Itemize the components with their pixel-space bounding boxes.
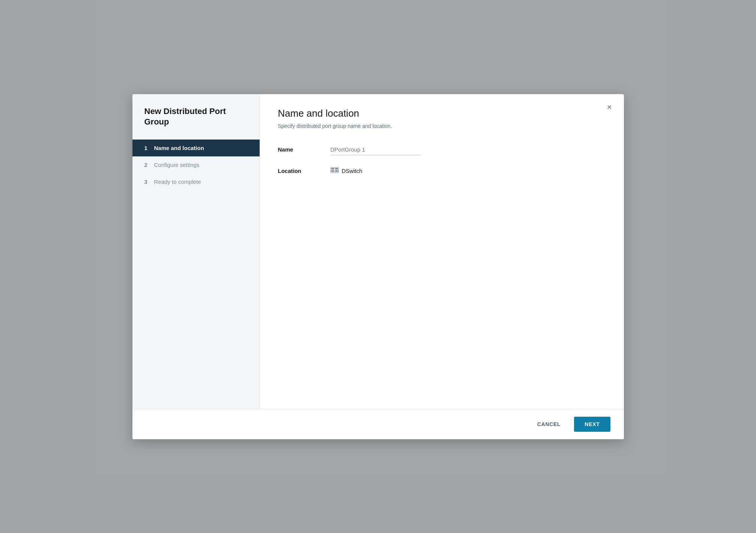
sidebar-step-2[interactable]: 2 Configure settings xyxy=(132,156,260,173)
sidebar-steps: 1 Name and location 2 Configure settings… xyxy=(132,140,260,190)
form-section: Name Location xyxy=(278,144,503,174)
step-label-1: Name and location xyxy=(154,145,204,151)
content-title: Name and location xyxy=(278,108,606,119)
location-text: DSwitch xyxy=(342,168,362,174)
step-number-3: 3 xyxy=(144,179,150,185)
name-input[interactable] xyxy=(331,144,421,155)
switch-icon xyxy=(331,167,339,174)
sidebar: New Distributed Port Group 1 Name and lo… xyxy=(132,94,260,409)
svg-rect-3 xyxy=(331,170,334,172)
location-label: Location xyxy=(278,168,316,174)
name-label: Name xyxy=(278,146,316,153)
sidebar-title: New Distributed Port Group xyxy=(132,106,260,140)
dialog-overlay: × New Distributed Port Group 1 Name and … xyxy=(0,0,756,533)
cancel-button[interactable]: CANCEL xyxy=(530,417,568,431)
name-row: Name xyxy=(278,144,503,155)
main-content: Name and location Specify distributed po… xyxy=(260,94,624,409)
dialog: × New Distributed Port Group 1 Name and … xyxy=(132,94,624,439)
dialog-body: New Distributed Port Group 1 Name and lo… xyxy=(132,94,624,409)
sidebar-step-3[interactable]: 3 Ready to complete xyxy=(132,173,260,190)
svg-rect-1 xyxy=(331,168,334,170)
close-button[interactable]: × xyxy=(604,102,615,113)
content-subtitle: Specify distributed port group name and … xyxy=(278,123,606,129)
svg-rect-4 xyxy=(335,170,338,172)
step-label-3: Ready to complete xyxy=(154,179,201,185)
step-number-2: 2 xyxy=(144,162,150,168)
sidebar-step-1[interactable]: 1 Name and location xyxy=(132,140,260,156)
svg-rect-2 xyxy=(335,168,338,170)
step-label-2: Configure settings xyxy=(154,162,200,168)
step-number-1: 1 xyxy=(144,145,150,151)
location-row: Location DSwit xyxy=(278,167,503,174)
location-value: DSwitch xyxy=(331,167,362,174)
dialog-footer: CANCEL NEXT xyxy=(132,409,624,439)
next-button[interactable]: NEXT xyxy=(574,417,610,432)
